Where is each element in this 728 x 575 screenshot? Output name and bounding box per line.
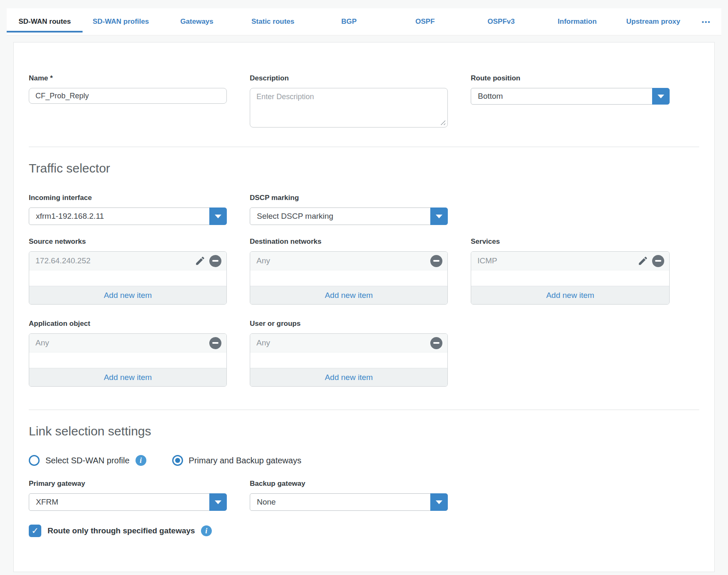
remove-icon[interactable] (430, 337, 442, 349)
application-object-label: Application object (29, 320, 227, 328)
link-selection-radio-row: Select SD-WAN profile i Primary and Back… (29, 455, 699, 466)
primary-gateway-label: Primary gateway (29, 480, 227, 488)
tab-sdwan-routes[interactable]: SD-WAN routes (7, 8, 83, 35)
remove-icon[interactable] (652, 255, 664, 267)
backup-gateway-label: Backup gateway (250, 480, 448, 488)
route-only-checkbox[interactable]: ✓ (29, 525, 41, 537)
info-icon[interactable]: i (201, 525, 212, 536)
name-label: Name * (29, 74, 227, 82)
radio-label: Primary and Backup gateways (189, 456, 301, 465)
link-selection-heading: Link selection settings (29, 424, 699, 438)
application-object-list: Any Add new item (29, 333, 227, 387)
destination-networks-group: Destination networks Any Add new item (250, 238, 448, 305)
tab-sdwan-profiles[interactable]: SD-WAN profiles (83, 8, 158, 35)
name-input[interactable] (29, 88, 227, 104)
services-list: ICMP Add new item (471, 251, 670, 305)
user-or-groups-list: Any Add new item (250, 333, 448, 387)
list-item-text: 172.64.240.252 (35, 256, 195, 265)
incoming-interface-label: Incoming interface (29, 194, 227, 202)
add-new-item-button[interactable]: Add new item (250, 368, 447, 386)
more-tabs-icon[interactable]: ••• (691, 8, 721, 35)
chevron-down-icon[interactable] (430, 493, 448, 511)
dscp-marking-group: DSCP marking Select DSCP marking (250, 194, 448, 225)
traffic-selector-heading: Traffic selector (29, 161, 699, 175)
source-networks-label: Source networks (29, 238, 227, 246)
add-new-item-button[interactable]: Add new item (29, 368, 226, 386)
backup-gateway-select[interactable]: None (250, 493, 448, 511)
edit-icon[interactable] (638, 255, 648, 266)
destination-networks-label: Destination networks (250, 238, 448, 246)
primary-gateway-select[interactable]: XFRM (29, 493, 227, 511)
radio-icon[interactable] (172, 455, 183, 466)
list-item: Any (250, 252, 447, 270)
route-position-select[interactable]: Bottom (471, 88, 670, 105)
list-item-text: Any (256, 256, 430, 265)
incoming-interface-value: xfrm1-192.168.2.11 (29, 212, 209, 221)
list-item-text: Any (35, 338, 209, 348)
list-item-text: ICMP (477, 256, 638, 265)
dscp-marking-value: Select DSCP marking (250, 212, 430, 221)
chevron-down-icon[interactable] (652, 88, 670, 105)
section-divider (29, 410, 699, 410)
description-field-group: Description (250, 74, 448, 129)
route-only-checkbox-row: ✓ Route only through specified gateways … (29, 525, 699, 537)
services-group: Services ICMP Add new item (471, 238, 670, 305)
source-networks-group: Source networks 172.64.240.252 Add new i… (29, 238, 227, 305)
radio-primary-backup-gateways[interactable]: Primary and Backup gateways (172, 455, 301, 466)
route-position-value: Bottom (471, 92, 652, 101)
chevron-down-icon[interactable] (430, 208, 448, 225)
route-position-field-group: Route position Bottom (471, 74, 670, 105)
section-divider (29, 147, 699, 147)
name-field-group: Name * (29, 74, 227, 104)
list-item: Any (250, 334, 447, 352)
add-new-item-button[interactable]: Add new item (29, 286, 226, 304)
user-or-groups-label: User or groups (250, 320, 448, 328)
description-textarea[interactable] (250, 88, 448, 128)
info-icon[interactable]: i (136, 455, 146, 466)
tab-gateways[interactable]: Gateways (159, 8, 235, 35)
add-new-item-button[interactable]: Add new item (471, 286, 669, 304)
primary-gateway-value: XFRM (29, 498, 209, 507)
add-new-item-button[interactable]: Add new item (250, 286, 447, 304)
chevron-down-icon[interactable] (209, 493, 227, 511)
source-networks-list: 172.64.240.252 Add new item (29, 251, 227, 305)
list-item-text: Any (256, 338, 430, 348)
tab-ospf[interactable]: OSPF (387, 8, 463, 35)
edit-icon[interactable] (195, 255, 206, 266)
tab-upstream-proxy[interactable]: Upstream proxy (615, 8, 691, 35)
dscp-marking-select[interactable]: Select DSCP marking (250, 208, 448, 225)
destination-networks-list: Any Add new item (250, 251, 448, 305)
chevron-down-icon[interactable] (209, 208, 227, 225)
backup-gateway-group: Backup gateway None (250, 480, 448, 511)
remove-icon[interactable] (209, 337, 221, 349)
list-item: 172.64.240.252 (29, 252, 226, 270)
route-position-label: Route position (471, 74, 670, 82)
tab-bgp[interactable]: BGP (311, 8, 387, 35)
tab-static-routes[interactable]: Static routes (235, 8, 311, 35)
list-item: Any (29, 334, 226, 352)
incoming-interface-select[interactable]: xfrm1-192.168.2.11 (29, 208, 227, 225)
radio-icon[interactable] (29, 455, 40, 466)
route-only-checkbox-label: Route only through specified gateways (48, 526, 195, 535)
primary-gateway-group: Primary gateway XFRM (29, 480, 227, 511)
incoming-interface-group: Incoming interface xfrm1-192.168.2.11 (29, 194, 227, 225)
remove-icon[interactable] (430, 255, 442, 267)
tab-bar: SD-WAN routes SD-WAN profiles Gateways S… (7, 8, 721, 35)
list-item: ICMP (471, 252, 669, 270)
sdwan-route-form: Name * Description Route position Bottom… (13, 42, 715, 572)
user-or-groups-group: User or groups Any Add new item (250, 320, 448, 387)
tab-ospfv3[interactable]: OSPFv3 (463, 8, 539, 35)
radio-select-sdwan-profile[interactable]: Select SD-WAN profile i (29, 455, 146, 466)
backup-gateway-value: None (250, 498, 430, 507)
application-object-group: Application object Any Add new item (29, 320, 227, 387)
tab-information[interactable]: Information (539, 8, 615, 35)
remove-icon[interactable] (209, 255, 221, 267)
dscp-marking-label: DSCP marking (250, 194, 448, 202)
services-label: Services (471, 238, 670, 246)
radio-label: Select SD-WAN profile (45, 456, 130, 465)
description-label: Description (250, 74, 448, 82)
